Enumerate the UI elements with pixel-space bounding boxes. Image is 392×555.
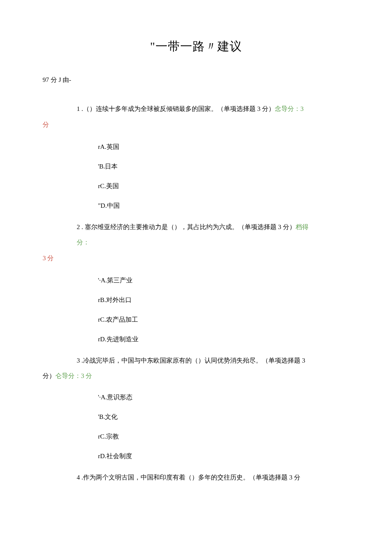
score-tail: 3 分 <box>43 254 349 262</box>
question-1: 1 .（）连续十多年成为全球被反倾销最多的国家。（单项选择题 3 分）念导分：3… <box>43 101 349 211</box>
question-stem: 2 . 塞尔维亚经济的主要推动力是（），其占比约为六成。（单项选择题 3 分）档… <box>77 219 349 235</box>
options-list: '·A.第三产业 rB.对外出口 rC.农产品加工 rD.先进制造业 <box>98 275 349 344</box>
question-stem: 3 .冷战完毕后，中国与中东欧国家原有的（）认同优势消失殆尽。（单项选择题 3 <box>77 353 349 368</box>
option-b: rB.对外出口 <box>98 295 349 305</box>
option-c: rC.美国 <box>98 181 349 191</box>
option-d: rD.先进制造业 <box>98 334 349 344</box>
option-d: rD.社会制度 <box>98 451 349 461</box>
score-earned-label: 档得 <box>296 224 308 230</box>
score-tail: 分 <box>43 121 349 129</box>
question-stem: 1 .（）连续十多年成为全球被反倾销最多的国家。（单项选择题 3 分）念导分：3 <box>77 101 349 116</box>
option-b: 'B.日本 <box>98 161 349 171</box>
option-b: 'B.文化 <box>98 412 349 422</box>
option-c: rC.宗教 <box>98 431 349 442</box>
question-text: 4 .作为两个文明古国，中国和印度有着（）多年的交往历史。（单项选择题 3 分 <box>77 474 300 481</box>
question-2: 2 . 塞尔维亚经济的主要推动力是（），其占比约为六成。（单项选择题 3 分）档… <box>43 219 349 344</box>
option-a: '·A.第三产业 <box>98 275 349 285</box>
total-score: 97 分 J 由- <box>43 76 349 84</box>
options-list: '·A.意识形态 'B.文化 rC.宗教 rD.社会制度 <box>98 392 349 461</box>
score-earned-label: 念导分：3 <box>275 105 304 112</box>
question-text-cont: 分） <box>43 372 55 379</box>
document-page: "一带一路〃建议 97 分 J 由- 1 .（）连续十多年成为全球被反倾销最多的… <box>0 0 392 506</box>
question-stem-line2: 分）仑导分：3 分 <box>43 368 349 384</box>
question-text: 3 .冷战完毕后，中国与中东欧国家原有的（）认同优势消失殆尽。（单项选择题 3 <box>77 357 305 364</box>
options-list: rA.英国 'B.日本 rC.美国 "D.中国 <box>98 142 349 211</box>
question-4: 4 .作为两个文明古国，中国和印度有着（）多年的交往历史。（单项选择题 3 分 <box>43 470 349 485</box>
option-a: '·A.意识形态 <box>98 392 349 402</box>
option-c: rC.农产品加工 <box>98 314 349 325</box>
score-cont: 分： <box>77 239 89 246</box>
question-3: 3 .冷战完毕后，中国与中东欧国家原有的（）认同优势消失殆尽。（单项选择题 3 … <box>43 353 349 461</box>
option-a: rA.英国 <box>98 142 349 152</box>
question-stem: 4 .作为两个文明古国，中国和印度有着（）多年的交往历史。（单项选择题 3 分 <box>77 470 349 485</box>
option-d: "D.中国 <box>98 200 349 211</box>
score-earned-label: 仑导分：3 分 <box>55 372 92 379</box>
question-text: 1 .（）连续十多年成为全球被反倾销最多的国家。（单项选择题 3 分） <box>77 105 275 112</box>
score-line2: 分： <box>77 235 349 250</box>
question-text: 2 . 塞尔维亚经济的主要推动力是（），其占比约为六成。（单项选择题 3 分） <box>77 224 296 230</box>
page-title: "一带一路〃建议 <box>43 38 349 55</box>
